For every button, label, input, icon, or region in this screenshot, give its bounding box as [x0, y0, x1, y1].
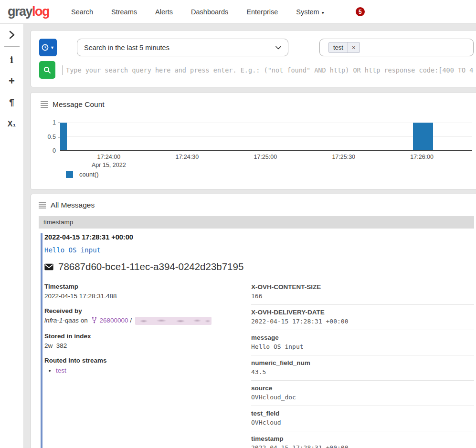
detail-label: Received by	[44, 307, 240, 314]
chart-legend: count()	[66, 171, 98, 178]
message-id: 78687d60-bce1-11ec-a394-0242d23b7195	[58, 261, 243, 272]
field-block: messageHello OS input	[251, 330, 474, 355]
x-axis-tick-label: 17:24:30	[175, 154, 199, 160]
chart-bar[interactable]	[60, 123, 67, 151]
top-navbar: graylog Search Streams Alerts Dashboards…	[0, 0, 476, 24]
info-icon-button[interactable]: i	[4, 52, 20, 68]
timerange-selected-value: Search in the last 5 minutes	[84, 44, 169, 52]
nav-item-system-label: System	[296, 8, 319, 16]
x-axis-tick-label: 17:25:00	[254, 154, 277, 160]
main-content: ▼ Search in the last 5 minutes test ×	[31, 24, 476, 448]
field-name[interactable]: timestamp	[251, 435, 474, 442]
chart-bar[interactable]	[413, 123, 433, 151]
add-widget-button[interactable]: +	[4, 73, 20, 89]
detail-label: Routed into streams	[44, 357, 240, 364]
fields-button[interactable]: X₁	[4, 116, 20, 132]
stream-filter-chip[interactable]: test ×	[328, 42, 360, 53]
query-row	[39, 61, 474, 79]
field-name[interactable]: message	[251, 334, 474, 341]
field-name[interactable]: test_field	[251, 410, 474, 417]
subscript-icon: X₁	[8, 120, 16, 128]
widget-title-row: All Messages	[39, 201, 474, 209]
drag-handle-icon[interactable]	[41, 101, 48, 108]
timerange-select[interactable]: Search in the last 5 minutes	[77, 39, 288, 56]
chart-x-axis: 17:24:00Apr 15, 202217:24:3017:25:0017:2…	[60, 154, 472, 173]
field-name[interactable]: numeric_field_num	[251, 359, 474, 366]
chevron-down-icon: ▾	[322, 10, 324, 15]
chevron-down-icon	[275, 46, 281, 50]
widget-title-row: Message Count	[41, 100, 472, 109]
field-value: OVHcloud	[251, 419, 474, 426]
field-block: numeric_field_num43.5	[251, 355, 474, 381]
search-controls-row: ▼ Search in the last 5 minutes test ×	[39, 39, 474, 56]
detail-label: Timestamp	[44, 283, 240, 290]
chart-plot-area	[60, 123, 472, 151]
y-axis-tick-mark	[58, 151, 60, 151]
stream-list: test	[56, 367, 240, 374]
chip-remove-icon[interactable]: ×	[348, 42, 360, 52]
y-gridline	[60, 123, 472, 123]
widget-title: Message Count	[53, 100, 105, 109]
nav-item-system[interactable]: System▾	[296, 8, 324, 16]
message-fields-list: X-OVH-CONTENT-SIZE166X-OVH-DELIVERY-DATE…	[251, 280, 474, 448]
formatting-button[interactable]: ¶	[4, 94, 20, 111]
all-messages-widget: All Messages timestamp 2022-04-15 17:28:…	[31, 194, 476, 448]
field-value: 2022-04-15 17:28:31 +00:00	[251, 444, 474, 448]
field-value: Hello OS input	[251, 343, 474, 350]
detail-routed-streams: Routed into streams test	[44, 357, 240, 374]
x-axis-tick-label: 17:24:00Apr 15, 2022	[92, 154, 126, 168]
timerange-dropdown-button[interactable]: ▼	[39, 39, 57, 56]
messages-table-header-timestamp[interactable]: timestamp	[39, 216, 474, 229]
search-submit-button[interactable]	[39, 61, 55, 79]
sidebar-divider	[4, 46, 20, 47]
info-icon: i	[10, 55, 13, 65]
x-axis-tick-label: 17:26:00	[410, 154, 434, 160]
graylog-logo[interactable]: graylog	[8, 4, 49, 19]
field-block: X-OVH-CONTENT-SIZE166	[251, 280, 474, 305]
search-icon	[43, 66, 51, 74]
detail-value: 2w_382	[44, 342, 240, 349]
nav-item-streams[interactable]: Streams	[111, 8, 137, 16]
pilcrow-icon: ¶	[9, 97, 14, 108]
field-block: sourceOVHcloud_doc	[251, 381, 474, 406]
nav-item-enterprise[interactable]: Enterprise	[246, 8, 278, 16]
chart-y-axis: 10.50	[41, 123, 60, 151]
nav-item-dashboards[interactable]: Dashboards	[191, 8, 228, 16]
message-id-row[interactable]: 78687d60-bce1-11ec-a394-0242d23b7195	[44, 261, 474, 272]
received-on-word: on	[81, 317, 88, 324]
field-value: OVHcloud_doc	[251, 394, 474, 401]
field-name[interactable]: X-OVH-DELIVERY-DATE	[251, 309, 474, 316]
search-query-input[interactable]	[66, 66, 474, 74]
nav-item-search[interactable]: Search	[71, 8, 93, 16]
notification-badge[interactable]: 5	[356, 7, 365, 16]
x-axis-line	[60, 150, 472, 151]
search-bar-card: ▼ Search in the last 5 minutes test ×	[31, 30, 476, 87]
nav-item-alerts[interactable]: Alerts	[155, 8, 173, 16]
plus-icon: +	[9, 75, 15, 87]
message-row[interactable]: 2022-04-15 17:28:31 +00:00 Hello OS inpu…	[41, 233, 474, 448]
message-count-chart: 10.50 17:24:00Apr 15, 202217:24:3017:25:…	[41, 113, 472, 184]
detail-label: Stored in index	[44, 333, 240, 340]
message-count-widget: Message Count 10.50 17:24:00Apr 15, 2022…	[31, 92, 476, 190]
caret-down-icon: ▼	[50, 45, 54, 50]
chevron-right-icon	[9, 31, 15, 39]
input-link[interactable]: 26800000	[99, 317, 128, 324]
detail-stored-index: Stored in index 2w_382	[44, 333, 240, 349]
stream-link-test[interactable]: test	[56, 367, 66, 374]
redacted-input-name	[135, 317, 212, 325]
field-block: test_fieldOVHcloud	[251, 406, 474, 431]
field-name[interactable]: source	[251, 385, 474, 392]
slash-separator: /	[130, 317, 132, 324]
code-fork-icon	[92, 317, 97, 325]
field-name[interactable]: X-OVH-CONTENT-SIZE	[251, 283, 474, 291]
message-timestamp[interactable]: 2022-04-15 17:28:31 +00:00	[44, 233, 474, 241]
y-gridline	[60, 136, 472, 137]
node-name: infra-1-qaas	[44, 317, 79, 324]
sidebar-expand-button[interactable]	[4, 27, 20, 43]
stream-filter-input[interactable]: test ×	[319, 39, 474, 56]
drag-handle-icon[interactable]	[39, 202, 46, 208]
message-summary-link[interactable]: Hello OS input	[44, 246, 474, 254]
left-sidebar: i + ¶ X₁	[0, 24, 24, 448]
logo-text-log: log	[32, 4, 49, 19]
stream-list-item: test	[56, 367, 240, 374]
